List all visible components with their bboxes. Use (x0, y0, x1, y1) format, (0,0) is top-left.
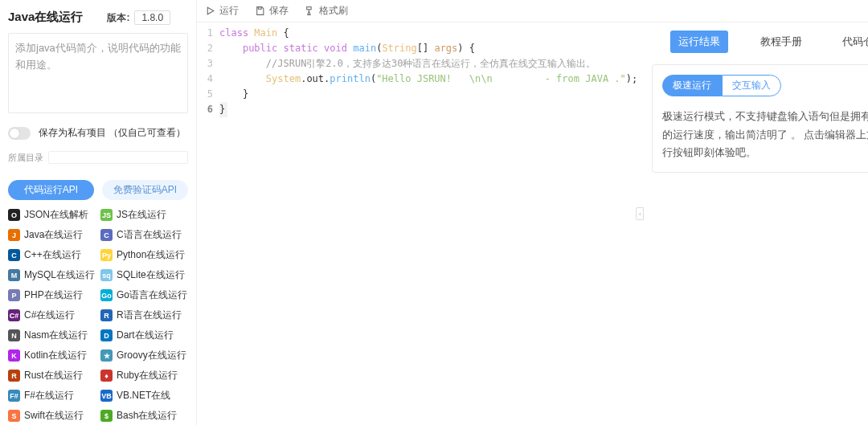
directory-label: 所属目录 (8, 152, 43, 164)
directory-input[interactable] (48, 151, 188, 164)
description-placeholder: 添加java代码简介，说明代码的功能和用途。 (15, 42, 181, 71)
lang-icon: N (8, 329, 20, 341)
lang-link[interactable]: RRust在线运行 (8, 369, 96, 382)
version-label: 版本: (107, 11, 129, 25)
lang-link[interactable]: ♦Ruby在线运行 (100, 369, 188, 382)
code-body: class Main { public static void main(Str… (219, 26, 637, 425)
brush-icon (305, 6, 315, 16)
private-toggle[interactable] (8, 127, 31, 140)
tok: } (243, 88, 248, 100)
lang-link[interactable]: MMySQL在线运行 (8, 268, 96, 282)
line-no: 1 (197, 26, 213, 41)
lang-link[interactable]: PyPython在线运行 (100, 248, 188, 262)
lang-icon: VB (100, 390, 113, 402)
tok: } (219, 102, 227, 117)
tok: //JSRUN引擎2.0，支持多达30种语言在线运行，全仿真在线交互输入输出。 (266, 58, 596, 69)
result-text: 极速运行模式，不支持键盘输入语句但是拥有更高的运行速度，输出简洁明了 。 点击编… (662, 108, 868, 162)
right-panel: 运行结果 教程手册 代码仓库 极速运行 交互输入 极速运行模式，不支持键盘输入语… (642, 22, 868, 425)
lang-icon: Go (100, 289, 113, 301)
format-button[interactable]: 格式刷 (305, 4, 348, 18)
save-button[interactable]: 保存 (255, 4, 289, 18)
lang-icon: ♦ (100, 370, 113, 382)
tok: class (219, 27, 248, 39)
line-no: 3 (197, 56, 213, 72)
lang-label: Python在线运行 (117, 248, 185, 262)
svg-rect-2 (307, 7, 311, 10)
line-no: 4 (197, 72, 213, 87)
tok: void (324, 43, 347, 54)
lang-link[interactable]: $Bash在线运行 (100, 409, 188, 423)
tok: "Hello JSRUN! \n\n - from JAVA ." (376, 73, 626, 84)
gutter: 1 2 3 4 5 6 (197, 26, 219, 425)
lang-icon: O (8, 209, 20, 221)
lang-label: Go语言在线运行 (117, 288, 187, 302)
language-grid: OJSON在线解析JSJS在线运行JJava在线运行CC语言在线运行CC++在线… (8, 208, 188, 425)
lang-icon: ★ (100, 349, 113, 362)
run-mode-segment: 极速运行 交互输入 (662, 75, 868, 96)
version-select[interactable]: 1.8.0 (134, 10, 170, 25)
lang-link[interactable]: ★Groovy在线运行 (100, 349, 188, 362)
api-pill-row: 代码运行API 免费验证码API (8, 180, 188, 200)
run-button[interactable]: 运行 (205, 4, 239, 18)
seg-fast-run[interactable]: 极速运行 (662, 75, 722, 96)
pill-code-api[interactable]: 代码运行API (8, 180, 94, 200)
private-row: 保存为私有项目 （仅自己可查看） (8, 126, 188, 140)
lang-icon: K (8, 349, 20, 362)
tok: System (266, 73, 301, 84)
lang-label: VB.NET在线 (117, 389, 170, 403)
lang-icon: sq (100, 269, 113, 281)
lang-label: Swift在线运行 (24, 409, 84, 423)
lang-label: Groovy在线运行 (117, 349, 186, 362)
lang-link[interactable]: JSJS在线运行 (100, 208, 188, 222)
lang-link[interactable]: JJava在线运行 (8, 228, 96, 242)
line-no: 2 (197, 41, 213, 56)
tok: static (284, 43, 318, 54)
lang-link[interactable]: NNasm在线运行 (8, 329, 96, 342)
pill-captcha-api[interactable]: 免费验证码API (102, 180, 188, 200)
lang-label: PHP在线运行 (24, 288, 83, 302)
tab-repo[interactable]: 代码仓库 (834, 31, 868, 53)
lang-icon: M (8, 269, 20, 281)
lang-link[interactable]: sqSQLite在线运行 (100, 268, 188, 282)
lang-link[interactable]: SSwift在线运行 (8, 409, 96, 423)
toolbar: 运行 保存 格式刷 (197, 0, 868, 22)
lang-link[interactable]: DDart在线运行 (100, 329, 188, 342)
description-textarea[interactable]: 添加java代码简介，说明代码的功能和用途。 (8, 33, 188, 113)
tok: { (284, 27, 289, 39)
save-icon (255, 6, 265, 16)
lang-link[interactable]: KKotlin在线运行 (8, 349, 96, 362)
lang-link[interactable]: VBVB.NET在线 (100, 389, 188, 403)
tok: println (330, 73, 371, 84)
tok: Main (254, 27, 277, 39)
run-label: 运行 (219, 4, 239, 18)
lang-label: C++在线运行 (24, 248, 81, 262)
lang-link[interactable]: OJSON在线解析 (8, 208, 96, 222)
lang-label: Rust在线运行 (24, 369, 83, 382)
tok: out (306, 73, 324, 84)
save-label: 保存 (269, 4, 289, 18)
play-icon (205, 6, 215, 16)
lang-label: Bash在线运行 (117, 409, 177, 423)
lang-link[interactable]: PPHP在线运行 (8, 288, 96, 302)
lang-link[interactable]: C#C#在线运行 (8, 309, 96, 322)
lang-link[interactable]: RR语言在线运行 (100, 309, 188, 322)
line-no: 6 (197, 102, 213, 117)
lang-link[interactable]: F#F#在线运行 (8, 389, 96, 403)
lang-icon: C (8, 249, 20, 261)
sidebar-header: Java在线运行 版本: 1.8.0 (8, 6, 188, 33)
lang-link[interactable]: CC++在线运行 (8, 248, 96, 262)
tok: main (353, 43, 376, 54)
tab-result[interactable]: 运行结果 (670, 31, 728, 53)
tab-manual[interactable]: 教程手册 (752, 31, 810, 53)
lang-label: C语言在线运行 (117, 228, 182, 242)
lang-link[interactable]: GoGo语言在线运行 (100, 288, 188, 302)
lang-icon: P (8, 289, 20, 301)
panel-resizer[interactable]: ‹ (637, 22, 642, 425)
private-label: 保存为私有项目 （仅自己可查看） (39, 126, 186, 140)
lang-icon: R (100, 309, 113, 321)
tok: String (382, 43, 416, 54)
code-editor[interactable]: 1 2 3 4 5 6 class Main { public static v… (197, 22, 637, 425)
lang-link[interactable]: CC语言在线运行 (100, 228, 188, 242)
seg-interactive[interactable]: 交互输入 (722, 75, 781, 96)
lang-label: Ruby在线运行 (117, 369, 178, 382)
